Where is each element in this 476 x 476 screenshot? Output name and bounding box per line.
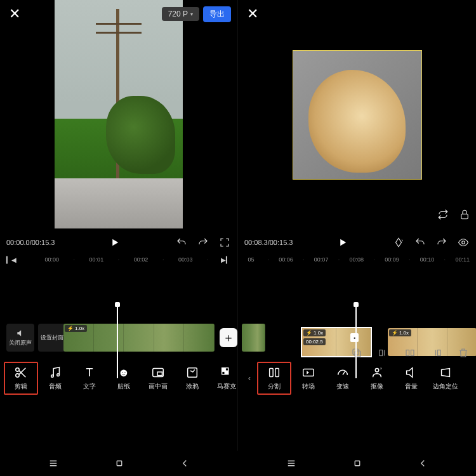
svg-point-3	[57, 374, 60, 376]
svg-rect-15	[380, 350, 383, 356]
play-button[interactable]	[336, 236, 349, 249]
svg-rect-10	[225, 371, 228, 374]
corner-icon	[439, 366, 453, 380]
svg-rect-7	[222, 368, 225, 371]
mute-original-button[interactable]: 关闭原声	[6, 324, 34, 352]
svg-point-22	[375, 369, 379, 373]
playhead[interactable]	[117, 305, 118, 378]
svg-rect-8	[225, 368, 228, 371]
delete-clip-button[interactable]	[457, 347, 470, 359]
edit-tool[interactable]: 剪辑	[4, 362, 38, 395]
timeline-clip[interactable]	[242, 324, 265, 352]
undo-button[interactable]	[175, 236, 188, 249]
fullscreen-button[interactable]	[218, 236, 231, 249]
nav-home-button[interactable]	[107, 451, 132, 476]
smile-icon: ☻	[117, 366, 131, 380]
transition-icon	[301, 366, 315, 380]
speed-tool[interactable]: 变速	[326, 362, 360, 395]
svg-rect-5	[157, 372, 162, 376]
main-toolbar: 剪辑 音频 T 文字 ☻ 贴纸 画中画	[0, 358, 237, 399]
time-display: 00:08.3/00:15.3	[244, 239, 293, 246]
svg-rect-6	[188, 368, 197, 378]
preview-frame[interactable]	[55, 0, 183, 228]
transition-marker[interactable]: ▪	[350, 333, 359, 342]
clip-action-bar	[350, 347, 470, 359]
doodle-icon	[185, 366, 199, 380]
split-tool[interactable]: 分割	[257, 362, 291, 395]
resolution-selector[interactable]: 720 P ▾	[162, 7, 199, 21]
svg-point-2	[51, 375, 54, 378]
duration-badge: 00:02.5	[303, 338, 326, 345]
copy-clip-button[interactable]	[350, 347, 363, 359]
svg-rect-11	[461, 214, 468, 219]
split-icon	[267, 366, 281, 380]
loop-button[interactable]	[437, 208, 449, 221]
preview-area	[238, 0, 476, 231]
split-mid-button[interactable]	[404, 347, 416, 359]
sticker-tool[interactable]: ☻ 贴纸	[107, 362, 141, 395]
music-icon	[48, 366, 62, 380]
svg-rect-23	[117, 461, 122, 466]
close-button[interactable]: ✕	[244, 3, 261, 25]
nav-recent-button[interactable]	[279, 451, 304, 476]
chevron-down-icon: ▾	[190, 11, 193, 17]
audio-tool[interactable]: 音频	[38, 362, 72, 395]
preview-frame[interactable]	[293, 51, 421, 179]
speed-badge: ⚡1.0x	[389, 329, 411, 336]
lock-button[interactable]	[458, 208, 471, 221]
nav-home-button[interactable]	[345, 451, 370, 476]
svg-rect-24	[355, 461, 360, 466]
doodle-tool[interactable]: 涂鸦	[175, 362, 209, 395]
text-tool[interactable]: T 文字	[72, 362, 107, 395]
export-button[interactable]: 导出	[203, 6, 231, 22]
svg-point-12	[462, 241, 465, 244]
corner-tool[interactable]: 边角定位	[428, 362, 463, 395]
cutout-tool[interactable]: 抠像	[360, 362, 394, 395]
split-right-button[interactable]	[430, 347, 443, 359]
timeline-ruler[interactable]: ▎◀ 00:00· 00:01· 00:02· 00:03· ▶▎	[0, 254, 237, 265]
preview-eye-button[interactable]	[457, 236, 470, 249]
system-nav-bar	[0, 451, 476, 476]
person-icon	[370, 366, 384, 380]
split-left-button[interactable]	[377, 347, 390, 359]
toolbar-back-button[interactable]: ‹	[242, 366, 257, 391]
export-label: 导出	[209, 9, 225, 20]
nav-recent-button[interactable]	[41, 451, 66, 476]
resolution-label: 720 P	[168, 10, 188, 18]
speed-badge: ⚡1.0x	[303, 329, 326, 336]
go-end-button[interactable]: ▶▎	[221, 256, 231, 263]
volume-tool[interactable]: 音量	[394, 362, 428, 395]
text-icon: T	[83, 366, 96, 380]
svg-rect-16	[406, 350, 409, 356]
speaker-icon	[16, 329, 25, 338]
gauge-icon	[336, 366, 350, 380]
preview-area	[0, 0, 237, 231]
timeline-ruler[interactable]: 05· 00:06· 00:07· 00:08· 00:09· 00:10· 0…	[238, 254, 476, 265]
play-button[interactable]	[109, 236, 121, 249]
nav-back-button[interactable]	[172, 451, 197, 476]
svg-rect-18	[438, 350, 441, 356]
svg-rect-19	[270, 369, 274, 377]
mosaic-icon	[220, 366, 234, 380]
set-cover-button[interactable]: 设置封面	[38, 324, 66, 352]
volume-icon	[404, 366, 418, 380]
timeline-clip[interactable]: ⚡1.0x	[63, 324, 215, 352]
go-start-button[interactable]: ▎◀	[6, 256, 17, 263]
pip-tool[interactable]: 画中画	[141, 362, 175, 395]
transition-tool[interactable]: 转场	[291, 362, 326, 395]
svg-rect-20	[275, 369, 279, 377]
pip-icon	[151, 366, 165, 380]
add-clip-button[interactable]: ＋	[220, 328, 238, 347]
speed-badge: ⚡1.0x	[65, 325, 87, 332]
edit-toolbar: ‹ 分割 转场 变速 抠像	[238, 358, 476, 399]
close-button[interactable]: ✕	[6, 3, 23, 25]
svg-rect-17	[411, 350, 414, 356]
nav-back-button[interactable]	[410, 451, 435, 476]
redo-button[interactable]	[435, 236, 448, 249]
keyframe-button[interactable]	[392, 236, 405, 249]
playhead[interactable]	[355, 305, 357, 378]
time-display: 00:00.0/00:15.3	[6, 239, 55, 246]
undo-button[interactable]	[414, 236, 426, 249]
redo-button[interactable]	[197, 236, 209, 249]
mosaic-tool[interactable]: 马赛克	[209, 362, 237, 395]
